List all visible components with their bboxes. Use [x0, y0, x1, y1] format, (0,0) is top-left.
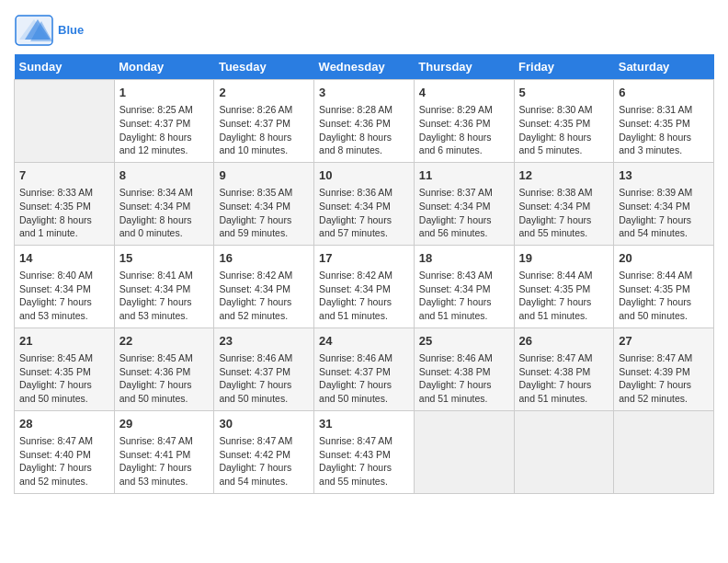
day-number: 4: [419, 85, 509, 101]
sunrise: Sunrise: 8:47 AM: [219, 435, 292, 446]
day-cell: 7Sunrise: 8:33 AMSunset: 4:35 PMDaylight…: [15, 162, 115, 245]
day-cell: 14Sunrise: 8:40 AMSunset: 4:34 PMDayligh…: [15, 245, 115, 327]
day-cell: 15Sunrise: 8:41 AMSunset: 4:34 PMDayligh…: [114, 245, 214, 327]
day-number: 23: [219, 333, 309, 350]
sunset: Sunset: 4:38 PM: [519, 366, 591, 377]
daylight: Daylight: 8 hours and 0 minutes.: [119, 214, 192, 239]
sunset: Sunset: 4:35 PM: [619, 118, 690, 129]
sunset: Sunset: 4:35 PM: [519, 118, 591, 129]
col-header-saturday: Saturday: [614, 54, 714, 80]
daylight: Daylight: 7 hours and 51 minutes.: [319, 296, 392, 321]
sunrise: Sunrise: 8:34 AM: [119, 187, 193, 198]
day-cell: 24Sunrise: 8:46 AMSunset: 4:37 PMDayligh…: [314, 327, 415, 410]
day-number: 30: [219, 416, 309, 432]
sunset: Sunset: 4:40 PM: [19, 449, 91, 460]
daylight: Daylight: 7 hours and 54 minutes.: [619, 214, 691, 239]
day-cell: 2Sunrise: 8:26 AMSunset: 4:37 PMDaylight…: [214, 80, 314, 163]
sunrise: Sunrise: 8:45 AM: [119, 352, 193, 363]
day-cell: 21Sunrise: 8:45 AMSunset: 4:35 PMDayligh…: [15, 327, 115, 410]
day-number: 27: [619, 333, 709, 350]
sunset: Sunset: 4:36 PM: [319, 118, 391, 129]
day-number: 25: [419, 333, 509, 350]
sunset: Sunset: 4:35 PM: [19, 201, 91, 212]
sunset: Sunset: 4:37 PM: [219, 366, 290, 377]
col-header-thursday: Thursday: [414, 54, 514, 80]
header-row: SundayMondayTuesdayWednesdayThursdayFrid…: [15, 54, 714, 80]
daylight: Daylight: 8 hours and 10 minutes.: [219, 132, 291, 156]
day-number: 15: [119, 250, 210, 267]
day-number: 28: [19, 416, 109, 432]
daylight: Daylight: 7 hours and 51 minutes.: [419, 296, 492, 321]
daylight: Daylight: 7 hours and 50 minutes.: [19, 379, 92, 404]
col-header-monday: Monday: [114, 54, 214, 80]
sunset: Sunset: 4:34 PM: [119, 201, 191, 212]
day-number: 14: [19, 250, 109, 267]
sunset: Sunset: 4:37 PM: [319, 366, 391, 377]
daylight: Daylight: 8 hours and 3 minutes.: [619, 132, 691, 156]
sunset: Sunset: 4:37 PM: [219, 118, 290, 129]
daylight: Daylight: 7 hours and 54 minutes.: [219, 462, 291, 487]
day-cell: 25Sunrise: 8:46 AMSunset: 4:38 PMDayligh…: [414, 327, 514, 410]
week-row-5: 28Sunrise: 8:47 AMSunset: 4:40 PMDayligh…: [15, 410, 714, 493]
sunrise: Sunrise: 8:47 AM: [119, 435, 193, 446]
day-number: 6: [619, 85, 709, 101]
sunset: Sunset: 4:34 PM: [119, 283, 191, 294]
sunrise: Sunrise: 8:44 AM: [519, 270, 593, 281]
day-number: 18: [419, 250, 509, 267]
day-number: 19: [519, 250, 609, 267]
day-number: 20: [619, 250, 709, 267]
daylight: Daylight: 7 hours and 53 minutes.: [119, 296, 192, 321]
daylight: Daylight: 7 hours and 50 minutes.: [619, 296, 691, 321]
day-cell: [514, 410, 614, 493]
daylight: Daylight: 7 hours and 51 minutes.: [519, 296, 592, 321]
day-number: 22: [119, 333, 210, 350]
day-cell: 16Sunrise: 8:42 AMSunset: 4:34 PMDayligh…: [214, 245, 314, 327]
day-cell: 12Sunrise: 8:38 AMSunset: 4:34 PMDayligh…: [514, 162, 614, 245]
sunrise: Sunrise: 8:25 AM: [119, 104, 193, 115]
daylight: Daylight: 7 hours and 50 minutes.: [219, 379, 291, 404]
sunrise: Sunrise: 8:47 AM: [619, 352, 692, 363]
sunrise: Sunrise: 8:42 AM: [319, 270, 392, 281]
sunrise: Sunrise: 8:46 AM: [319, 352, 392, 363]
day-cell: 6Sunrise: 8:31 AMSunset: 4:35 PMDaylight…: [614, 80, 714, 163]
day-cell: 26Sunrise: 8:47 AMSunset: 4:38 PMDayligh…: [514, 327, 614, 410]
week-row-4: 21Sunrise: 8:45 AMSunset: 4:35 PMDayligh…: [15, 327, 714, 410]
daylight: Daylight: 7 hours and 53 minutes.: [119, 462, 192, 487]
sunset: Sunset: 4:35 PM: [619, 283, 690, 294]
day-number: 26: [519, 333, 609, 350]
sunset: Sunset: 4:41 PM: [119, 449, 191, 460]
day-cell: 17Sunrise: 8:42 AMSunset: 4:34 PMDayligh…: [314, 245, 415, 327]
daylight: Daylight: 7 hours and 59 minutes.: [219, 214, 291, 239]
sunset: Sunset: 4:34 PM: [319, 283, 391, 294]
daylight: Daylight: 7 hours and 52 minutes.: [219, 296, 291, 321]
day-cell: [15, 80, 115, 163]
week-row-3: 14Sunrise: 8:40 AMSunset: 4:34 PMDayligh…: [15, 245, 714, 327]
sunrise: Sunrise: 8:37 AM: [419, 187, 493, 198]
sunrise: Sunrise: 8:35 AM: [219, 187, 292, 198]
sunset: Sunset: 4:42 PM: [219, 449, 290, 460]
sunrise: Sunrise: 8:44 AM: [619, 270, 692, 281]
calendar-table: SundayMondayTuesdayWednesdayThursdayFrid…: [14, 54, 714, 494]
sunset: Sunset: 4:34 PM: [319, 201, 391, 212]
col-header-wednesday: Wednesday: [314, 54, 415, 80]
sunrise: Sunrise: 8:33 AM: [19, 187, 93, 198]
logo-icon: [14, 14, 54, 47]
sunrise: Sunrise: 8:36 AM: [319, 187, 392, 198]
sunrise: Sunrise: 8:47 AM: [319, 435, 392, 446]
day-cell: 20Sunrise: 8:44 AMSunset: 4:35 PMDayligh…: [614, 245, 714, 327]
day-number: 11: [419, 167, 509, 184]
day-number: 3: [319, 85, 409, 101]
sunset: Sunset: 4:36 PM: [419, 118, 491, 129]
day-number: 1: [119, 85, 210, 101]
daylight: Daylight: 7 hours and 55 minutes.: [319, 462, 392, 487]
day-cell: 29Sunrise: 8:47 AMSunset: 4:41 PMDayligh…: [114, 410, 214, 493]
day-cell: 23Sunrise: 8:46 AMSunset: 4:37 PMDayligh…: [214, 327, 314, 410]
day-cell: 31Sunrise: 8:47 AMSunset: 4:43 PMDayligh…: [314, 410, 415, 493]
day-cell: 27Sunrise: 8:47 AMSunset: 4:39 PMDayligh…: [614, 327, 714, 410]
daylight: Daylight: 8 hours and 5 minutes.: [519, 132, 592, 156]
sunset: Sunset: 4:37 PM: [119, 118, 191, 129]
sunrise: Sunrise: 8:43 AM: [419, 270, 493, 281]
col-header-sunday: Sunday: [15, 54, 115, 80]
sunset: Sunset: 4:34 PM: [619, 201, 690, 212]
day-number: 24: [319, 333, 409, 350]
